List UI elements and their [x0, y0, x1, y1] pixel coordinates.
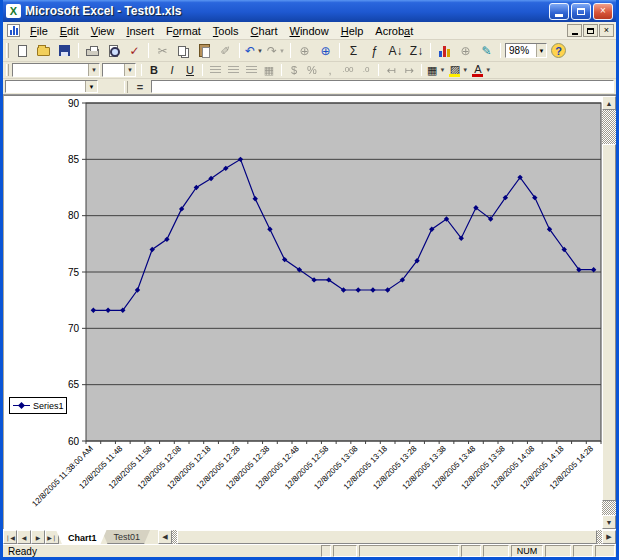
borders-button[interactable]: ▦▼ — [425, 63, 447, 78]
y-axis-label: 90 — [68, 98, 80, 109]
font-dropdown-icon[interactable]: ▼ — [88, 64, 99, 76]
font-size-dropdown-icon[interactable]: ▼ — [124, 64, 135, 76]
toolbar-drag-handle[interactable] — [6, 64, 9, 75]
font-color-button[interactable]: A▼ — [470, 63, 493, 78]
horizontal-scrollbar-thumb[interactable] — [177, 530, 597, 544]
next-sheet-icon[interactable]: ▶ — [31, 530, 45, 544]
scrollbar-track[interactable] — [602, 501, 616, 515]
italic-button[interactable]: I — [163, 63, 181, 78]
menu-view[interactable]: View — [85, 23, 121, 39]
mdi-minimize-button[interactable] — [567, 24, 582, 37]
toolbar-separator — [430, 43, 431, 58]
status-panel — [483, 545, 509, 557]
align-right-button — [242, 63, 260, 78]
menu-insert[interactable]: Insert — [120, 23, 160, 39]
horizontal-scrollbar[interactable]: ◀ ▶ — [158, 530, 616, 544]
formula-input[interactable] — [151, 80, 614, 93]
y-axis-label: 70 — [68, 323, 80, 334]
first-sheet-icon[interactable]: ❘◀ — [3, 530, 17, 544]
print-button[interactable] — [82, 41, 103, 60]
save-button[interactable] — [54, 41, 75, 60]
status-panel — [359, 545, 459, 557]
worksheet-icon — [7, 24, 20, 37]
sort-ascending-button[interactable]: A↓ — [385, 41, 406, 60]
edit-formula-button[interactable]: = — [132, 80, 148, 93]
fill-color-dropdown-icon[interactable]: ▼ — [462, 67, 468, 73]
status-mode: Ready — [4, 545, 319, 557]
decrease-indent-button: ↤ — [382, 63, 400, 78]
copy-button[interactable] — [173, 41, 194, 60]
minimize-button[interactable] — [549, 3, 569, 20]
undo-button[interactable]: ↶▼ — [243, 41, 265, 60]
scroll-left-icon[interactable]: ◀ — [158, 530, 172, 544]
window-title: Microsoft Excel - Test01.xls — [25, 4, 549, 18]
sort-descending-button[interactable]: Z↓ — [406, 41, 427, 60]
sort-descending-icon: Z↓ — [410, 45, 423, 57]
chart-legend[interactable]: Series1 — [9, 397, 67, 414]
decrease-indent-icon: ↤ — [386, 65, 395, 76]
toolbar-separator — [78, 43, 79, 58]
mdi-close-button[interactable]: × — [599, 24, 614, 37]
paste-function-icon: ƒ — [371, 45, 378, 57]
toolbar-drag-handle[interactable] — [6, 43, 9, 58]
restore-button[interactable] — [571, 3, 591, 20]
status-panel — [595, 545, 615, 557]
undo-dropdown-icon[interactable]: ▼ — [257, 48, 263, 54]
font-combo[interactable]: ▼ — [12, 63, 100, 77]
borders-dropdown-icon[interactable]: ▼ — [439, 67, 445, 73]
sort-ascending-icon: A↓ — [389, 45, 403, 57]
new-button[interactable] — [12, 41, 33, 60]
map-icon: ⊕ — [461, 45, 471, 57]
spelling-button[interactable]: ✓ — [124, 41, 145, 60]
font-color-dropdown-icon[interactable]: ▼ — [485, 67, 491, 73]
underline-button[interactable]: U — [181, 63, 199, 78]
increase-decimal-icon: .00 — [342, 66, 353, 74]
menu-acrobat[interactable]: Acrobat — [369, 23, 419, 39]
comma-style-button: , — [321, 63, 339, 78]
chart[interactable]: 9085807570656012/8/2005 11:38:00 AM12/8/… — [4, 96, 602, 529]
vertical-scrollbar[interactable]: ▲ ▼ — [602, 95, 616, 529]
previous-sheet-icon[interactable]: ◀ — [17, 530, 31, 544]
spelling-icon: ✓ — [129, 45, 139, 57]
zoom-dropdown-icon[interactable]: ▼ — [536, 44, 546, 57]
scroll-up-icon[interactable]: ▲ — [602, 96, 616, 110]
chart-wizard-button[interactable] — [434, 41, 455, 60]
help-button[interactable]: ? — [548, 41, 569, 60]
insert-hyperlink-button: ⊕ — [294, 41, 315, 60]
scrollbar-track[interactable] — [602, 110, 616, 144]
font-size-combo[interactable]: ▼ — [102, 63, 136, 77]
menu-help[interactable]: Help — [335, 23, 370, 39]
menu-chart[interactable]: Chart — [245, 23, 284, 39]
menu-format[interactable]: Format — [160, 23, 207, 39]
borders-icon: ▦ — [427, 65, 437, 76]
scroll-right-icon[interactable]: ▶ — [602, 530, 616, 544]
menu-tools[interactable]: Tools — [207, 23, 245, 39]
status-panel — [573, 545, 593, 557]
print-preview-button[interactable] — [103, 41, 124, 60]
autosum-button[interactable]: Σ — [343, 41, 364, 60]
vertical-scrollbar-thumb[interactable] — [602, 144, 616, 501]
bold-button[interactable]: B — [145, 63, 163, 78]
name-box[interactable]: ▼ — [5, 80, 98, 93]
paste-function-button[interactable]: ƒ — [364, 41, 385, 60]
zoom-combo[interactable]: 98%▼ — [505, 43, 547, 58]
close-button[interactable]: × — [593, 3, 613, 20]
paste-button[interactable] — [194, 41, 215, 60]
toolbar-separator — [148, 43, 149, 58]
status-panel — [461, 545, 481, 557]
mdi-restore-button[interactable] — [583, 24, 598, 37]
menu-edit[interactable]: Edit — [54, 23, 85, 39]
drawing-button[interactable]: ✎ — [476, 41, 497, 60]
format-painter-icon: ✐ — [220, 45, 230, 57]
open-button[interactable] — [33, 41, 54, 60]
new-icon — [18, 45, 27, 57]
fill-color-button[interactable]: ▨▼ — [447, 63, 470, 78]
web-toolbar-button[interactable]: ⊕ — [315, 41, 336, 60]
menu-file[interactable]: File — [24, 23, 54, 39]
undo-icon: ↶ — [245, 45, 255, 57]
name-box-dropdown-icon[interactable]: ▼ — [85, 81, 97, 92]
menu-window[interactable]: Window — [284, 23, 335, 39]
scroll-down-icon[interactable]: ▼ — [602, 515, 616, 529]
sheet-tab-chart1[interactable]: Chart1 — [56, 530, 107, 544]
sheet-tab-test01[interactable]: Test01 — [102, 530, 151, 544]
